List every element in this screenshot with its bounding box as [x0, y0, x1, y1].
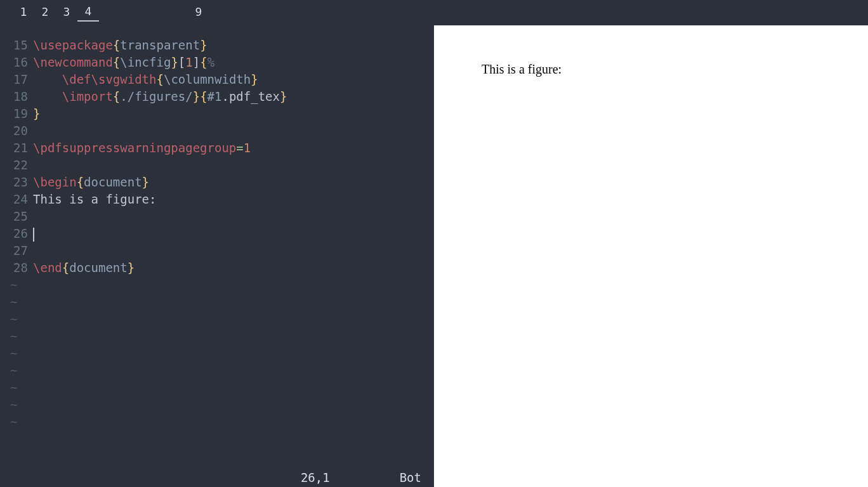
code-line[interactable]: 17 \def\svgwidth{\columnwidth} [0, 71, 434, 88]
empty-line-tilde: ~ [0, 294, 434, 311]
text-cursor [33, 228, 34, 242]
empty-line-tilde: ~ [0, 413, 434, 431]
code-line[interactable]: 22 [0, 157, 434, 174]
code-content[interactable]: \begin{document} [33, 174, 149, 191]
statusline: 26,1 Bot [0, 468, 434, 487]
empty-line-tilde: ~ [0, 396, 434, 413]
editor-pane: 12349 15\usepackage{transparent}16\newco… [0, 0, 434, 487]
preview-pane: This is a figure: [434, 0, 868, 487]
line-number: 28 [0, 259, 33, 276]
line-number: 25 [0, 208, 33, 225]
code-line[interactable]: 18 \import{./figures/}{#1.pdf_tex} [0, 88, 434, 105]
code-content[interactable]: \pdfsuppresswarningpagegroup=1 [33, 140, 251, 157]
status-cursor-position: 26,1 [301, 471, 330, 484]
code-content[interactable]: \usepackage{transparent} [33, 37, 207, 54]
code-line[interactable]: 27 [0, 242, 434, 259]
app-container: 12349 15\usepackage{transparent}16\newco… [0, 0, 868, 487]
line-number: 17 [0, 71, 33, 88]
code-line[interactable]: 20 [0, 122, 434, 140]
code-line[interactable]: 24This is a figure: [0, 191, 434, 208]
code-content[interactable]: } [33, 105, 40, 122]
code-area[interactable]: 15\usepackage{transparent}16\newcommand{… [0, 25, 434, 468]
code-line[interactable]: 28\end{document} [0, 259, 434, 276]
status-scroll-indicator: Bot [400, 471, 421, 484]
line-number: 23 [0, 174, 33, 191]
line-number: 19 [0, 105, 33, 122]
line-number: 26 [0, 225, 33, 242]
code-line[interactable]: 23\begin{document} [0, 174, 434, 191]
code-content[interactable]: \end{document} [33, 259, 135, 276]
line-number: 18 [0, 88, 33, 105]
code-line[interactable]: 25 [0, 208, 434, 225]
line-number: 21 [0, 140, 33, 157]
tab-2[interactable]: 2 [34, 5, 56, 21]
empty-line-tilde: ~ [0, 362, 434, 379]
pdf-preview-page[interactable]: This is a figure: [434, 25, 868, 487]
line-number: 27 [0, 242, 33, 259]
preview-topbar [434, 0, 868, 25]
line-number: 15 [0, 37, 33, 54]
code-line[interactable]: 19} [0, 105, 434, 122]
line-number: 22 [0, 157, 33, 174]
tab-4[interactable]: 4 [77, 4, 99, 22]
tab-9[interactable]: 9 [188, 5, 209, 21]
line-number: 16 [0, 54, 33, 71]
empty-line-tilde: ~ [0, 276, 434, 294]
empty-line-tilde: ~ [0, 328, 434, 345]
code-line[interactable]: 21\pdfsuppresswarningpagegroup=1 [0, 140, 434, 157]
code-line[interactable]: 15\usepackage{transparent} [0, 37, 434, 54]
code-content[interactable] [33, 225, 34, 242]
code-content[interactable]: This is a figure: [33, 191, 156, 208]
line-number: 24 [0, 191, 33, 208]
code-content[interactable]: \def\svgwidth{\columnwidth} [33, 71, 258, 88]
tabline: 12349 [0, 0, 434, 25]
code-line[interactable]: 26 [0, 225, 434, 242]
code-content[interactable]: \newcommand{\incfig}[1]{% [33, 54, 214, 71]
tab-3[interactable]: 3 [56, 5, 77, 21]
empty-line-tilde: ~ [0, 311, 434, 328]
preview-text-content: This is a figure: [482, 62, 562, 77]
empty-line-tilde: ~ [0, 345, 434, 362]
empty-line-tilde: ~ [0, 379, 434, 396]
tab-1[interactable]: 1 [13, 5, 34, 21]
line-number: 20 [0, 122, 33, 140]
code-content[interactable]: \import{./figures/}{#1.pdf_tex} [33, 88, 287, 105]
code-line[interactable]: 16\newcommand{\incfig}[1]{% [0, 54, 434, 71]
